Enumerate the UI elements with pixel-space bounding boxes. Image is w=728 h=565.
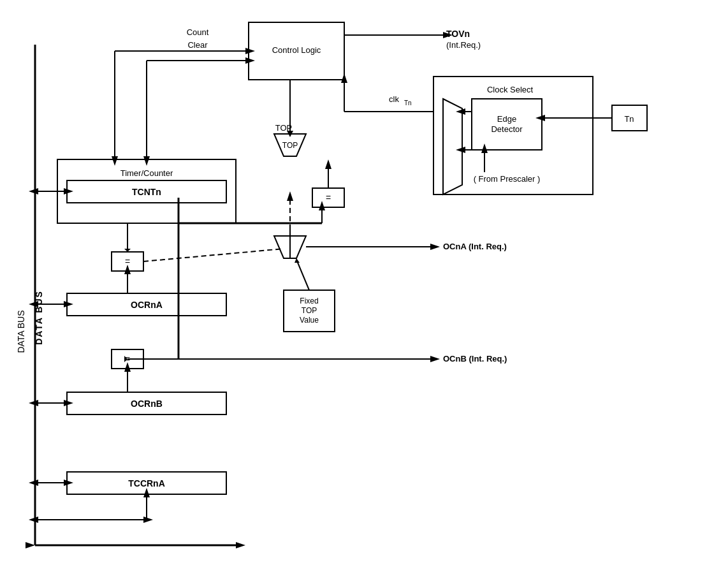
svg-text:TCCRnA: TCCRnA: [128, 478, 165, 488]
svg-text:Tn: Tn: [624, 114, 634, 124]
svg-text:TOP: TOP: [275, 123, 293, 133]
svg-text:DATA BUS: DATA BUS: [16, 310, 26, 353]
svg-text:TCNTn: TCNTn: [132, 187, 161, 197]
svg-text:Edge: Edge: [497, 114, 516, 124]
svg-text:Value: Value: [300, 316, 319, 325]
svg-text:Clock Select: Clock Select: [487, 85, 534, 94]
svg-text:OCRnA: OCRnA: [131, 300, 163, 310]
svg-text:Fixed: Fixed: [300, 297, 318, 305]
svg-text:TOP: TOP: [302, 306, 317, 315]
svg-text:Control Logic: Control Logic: [272, 45, 321, 55]
svg-marker-10: [443, 99, 462, 194]
svg-text:Tn: Tn: [404, 99, 412, 106]
svg-text:clk: clk: [389, 94, 399, 104]
svg-text:( From Prescaler ): ( From Prescaler ): [474, 174, 541, 184]
svg-text:(Int.Req.): (Int.Req.): [446, 40, 481, 50]
svg-text:OCnB (Int. Req.): OCnB (Int. Req.): [443, 354, 507, 363]
diagram-svg: Control Logic Clock Select Edge Detector…: [0, 0, 728, 565]
svg-text:=: =: [326, 193, 331, 203]
svg-text:Clear: Clear: [187, 40, 208, 50]
svg-text:TOVn: TOVn: [446, 29, 470, 39]
block-diagram: Control Logic Clock Select Edge Detector…: [0, 0, 728, 565]
svg-text:Timer/Counter: Timer/Counter: [120, 168, 173, 178]
svg-text:Count: Count: [187, 27, 209, 37]
svg-text:OCnA (Int. Req.): OCnA (Int. Req.): [443, 242, 507, 251]
data-bus-label: DATA BUS: [34, 290, 44, 345]
svg-text:Detector: Detector: [491, 124, 523, 134]
svg-text:TOP: TOP: [282, 141, 298, 150]
svg-text:OCRnB: OCRnB: [131, 399, 163, 409]
